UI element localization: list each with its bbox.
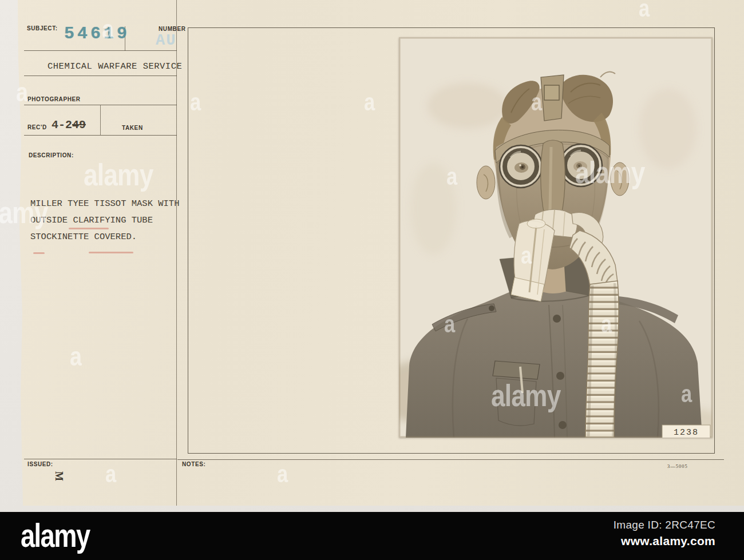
- received-date: 4-249: [52, 118, 86, 132]
- notes-label: NOTES:: [182, 461, 205, 467]
- ear-right: [611, 162, 629, 196]
- description-line-3: STOCKINETTE COVERED.: [30, 229, 137, 245]
- service-name: CHEMICAL WARFARE SERVICE: [48, 61, 182, 72]
- eyepiece-left: [500, 145, 542, 188]
- received-date-prefix: 4-2: [52, 118, 72, 132]
- subject-row-rule: [24, 50, 177, 51]
- notes-row-rule: [177, 459, 724, 460]
- harness-buckle: [544, 85, 559, 100]
- attribution-text: Image ID: 2RC47EC www.alamy.com: [614, 519, 715, 548]
- red-pencil-mark: [33, 252, 45, 254]
- photo-corner-label: 1238: [662, 425, 710, 438]
- recd-row-rule: [24, 135, 177, 136]
- form-print-code: 3—5005: [667, 463, 688, 469]
- nose-piece: [541, 140, 565, 221]
- red-pencil-mark: [69, 228, 109, 229]
- photo-corner-number: 1238: [674, 428, 699, 438]
- photograph: 1238: [399, 37, 713, 438]
- website-url: www.alamy.com: [614, 534, 715, 548]
- subject-number-stamp: 54619: [64, 24, 130, 43]
- number-value-stamp: AU: [156, 32, 176, 49]
- image-id: Image ID: 2RC47EC: [614, 519, 715, 531]
- received-date-overstruck: 49: [72, 118, 86, 132]
- jacket-button: [559, 421, 567, 429]
- subject-label: SUBJECT:: [27, 25, 58, 31]
- red-pencil-mark: [89, 252, 133, 253]
- description-line-1: MILLER TYEE TISSOT MASK WITH: [30, 196, 179, 212]
- issued-row-rule: [24, 459, 177, 459]
- recd-label: REC'D: [27, 124, 47, 130]
- issued-mark: M: [53, 471, 65, 481]
- recd-taken-divider: [100, 105, 101, 135]
- jacket-button: [556, 372, 564, 380]
- eyepiece-right: [560, 144, 602, 186]
- taken-label: TAKEN: [122, 125, 143, 131]
- issued-label: ISSUED:: [27, 461, 53, 467]
- ear-left: [477, 166, 495, 199]
- number-label: NUMBER: [159, 26, 186, 32]
- photographer-label: PHOTOGRAPHER: [27, 96, 81, 102]
- pocket-flap: [493, 361, 540, 379]
- service-row-rule: [24, 76, 177, 76]
- alamy-logo: alamy: [21, 519, 89, 552]
- archive-card: SUBJECT: NUMBER PHOTOGRAPHER REC'D TAKEN…: [16, 0, 744, 506]
- description-label: DESCRIPTION:: [29, 152, 74, 158]
- gas-mask-photo-illustration: 1238: [399, 37, 713, 438]
- attribution-bar: alamy Image ID: 2RC47EC www.alamy.com: [0, 512, 744, 560]
- scanned-stock-photo: SUBJECT: NUMBER PHOTOGRAPHER REC'D TAKEN…: [0, 0, 744, 560]
- description-line-2: OUTSIDE CLARIFYING TUBE: [30, 212, 153, 229]
- jacket-button: [553, 315, 561, 323]
